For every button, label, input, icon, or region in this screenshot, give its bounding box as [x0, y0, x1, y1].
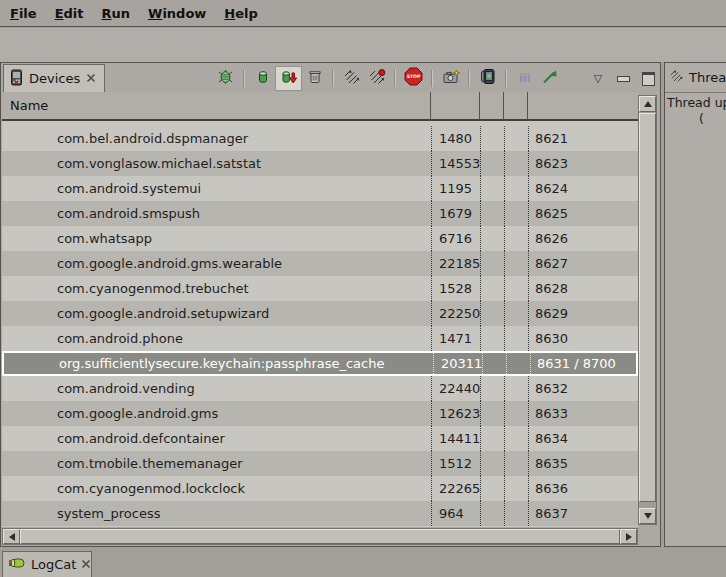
cell-pid: 1471: [431, 326, 480, 351]
vertical-scroll-thumb[interactable]: [639, 113, 656, 502]
table-row[interactable]: com.vonglasow.michael.satstat 14553 8623: [2, 151, 638, 176]
cell-pid: 6716: [431, 226, 480, 251]
vertical-scrollbar[interactable]: [638, 95, 657, 525]
cell-empty: [504, 376, 528, 401]
cell-port: 8623: [528, 151, 638, 176]
view-menu-icon: ▽: [594, 73, 602, 84]
cell-name: com.google.android.setupwizard: [2, 301, 431, 326]
cell-name: com.vonglasow.michael.satstat: [2, 151, 431, 176]
update-heap-button[interactable]: [250, 67, 275, 91]
tab-threads[interactable]: Threads: [665, 63, 726, 93]
table-row[interactable]: com.cyanogenmod.lockclock 22265 8636: [2, 476, 638, 501]
cell-pid: 20311: [433, 353, 482, 374]
menu-help[interactable]: Help: [215, 6, 266, 21]
cell-empty: [482, 353, 506, 374]
scroll-up-button[interactable]: [639, 96, 656, 112]
table-row[interactable]: com.google.android.setupwizard 22250 862…: [2, 301, 638, 326]
cause-gc-button[interactable]: [302, 67, 327, 91]
device-view-button[interactable]: [475, 67, 500, 91]
cell-empty: [504, 451, 528, 476]
table-row[interactable]: com.android.systemui 1195 8624: [2, 176, 638, 201]
table-row[interactable]: com.bel.android.dspmanager 1480 8621: [2, 126, 638, 151]
hierarchy-view-button[interactable]: [512, 67, 537, 91]
update-threads-icon: [343, 69, 361, 89]
cell-pid: 1679: [431, 201, 480, 226]
cell-empty: [480, 451, 504, 476]
minimize-button[interactable]: [614, 70, 632, 88]
stop-process-button[interactable]: STOP: [401, 67, 426, 91]
table-row[interactable]: system_process 964 8637: [2, 501, 638, 526]
hierarchy-bars-icon: [517, 69, 533, 89]
cell-port: 8634: [528, 426, 638, 451]
cell-empty: [480, 176, 504, 201]
chart-arrow-button[interactable]: [537, 67, 562, 91]
table-row[interactable]: org.sufficientlysecure.keychain:passphra…: [2, 351, 638, 376]
cell-empty: [480, 376, 504, 401]
cell-empty: [480, 201, 504, 226]
arrow-left-icon: [9, 533, 15, 541]
tab-devices[interactable]: Devices: [3, 64, 105, 92]
menu-file[interactable]: File: [1, 6, 46, 21]
cell-empty: [480, 501, 504, 526]
table-row[interactable]: com.cyanogenmod.trebuchet 1528 8628: [2, 276, 638, 301]
scroll-down-button[interactable]: [639, 508, 656, 524]
cell-pid: 22440: [431, 376, 480, 401]
cell-empty: [504, 476, 528, 501]
cell-port: 8630: [528, 326, 638, 351]
cell-empty: [504, 501, 528, 526]
method-profiling-button[interactable]: [364, 67, 389, 91]
debug-attach-button[interactable]: [213, 67, 238, 91]
update-threads-button[interactable]: [339, 67, 364, 91]
svg-text:STOP: STOP: [407, 74, 421, 79]
table-row[interactable]: com.android.defcontainer 14411 8634: [2, 426, 638, 451]
maximize-button[interactable]: [639, 70, 657, 88]
column-header-name[interactable]: Name: [2, 98, 48, 113]
table-row[interactable]: com.google.android.gms 12623 8633: [2, 401, 638, 426]
camera-icon: [442, 69, 460, 89]
scroll-right-button[interactable]: [620, 529, 637, 544]
cell-empty: [504, 301, 528, 326]
tab-logcat-label: LogCat: [31, 557, 76, 572]
menu-window[interactable]: Window: [139, 6, 215, 21]
table-row[interactable]: com.google.android.gms.wearable 22185 86…: [2, 251, 638, 276]
table-row[interactable]: com.android.vending 22440 8632: [2, 376, 638, 401]
scroll-left-button[interactable]: [3, 529, 20, 544]
table-row[interactable]: com.whatsapp 6716 8626: [2, 226, 638, 251]
cell-pid: 1512: [431, 451, 480, 476]
table-row[interactable]: com.tmobile.thememanager 1512 8635: [2, 451, 638, 476]
dump-hprof-button[interactable]: [275, 66, 302, 91]
cell-name: org.sufficientlysecure.keychain:passphra…: [4, 353, 433, 374]
view-menu-button[interactable]: ▽: [589, 70, 607, 88]
threads-message-line2: (: [667, 111, 726, 127]
menu-edit[interactable]: Edit: [46, 6, 93, 21]
arrow-down-icon: [644, 513, 652, 519]
horizontal-scrollbar[interactable]: [2, 528, 638, 545]
close-icon[interactable]: [81, 557, 91, 572]
cell-empty: [504, 151, 528, 176]
tab-logcat[interactable]: LogCat: [2, 551, 92, 577]
cell-name: com.google.android.gms: [2, 401, 431, 426]
threads-view-panel: Threads Thread up (: [664, 62, 726, 547]
cell-empty: [480, 401, 504, 426]
column-divider[interactable]: [503, 92, 504, 119]
cell-port: 8637: [528, 501, 638, 526]
cell-empty: [504, 426, 528, 451]
menu-run[interactable]: Run: [93, 6, 140, 21]
cell-empty: [506, 353, 530, 374]
cell-empty: [504, 126, 528, 151]
column-divider[interactable]: [479, 92, 480, 119]
cell-name: com.android.defcontainer: [2, 426, 431, 451]
close-icon[interactable]: [86, 71, 96, 86]
cell-empty: [504, 201, 528, 226]
maximize-icon: [642, 72, 655, 86]
column-divider[interactable]: [527, 92, 528, 119]
horizontal-scroll-thumb[interactable]: [20, 529, 620, 544]
table-row[interactable]: com.android.smspush 1679 8625: [2, 201, 638, 226]
cell-port: 8631 / 8700: [530, 353, 636, 374]
table-row[interactable]: com.android.phone 1471 8630: [2, 326, 638, 351]
screen-capture-button[interactable]: [438, 67, 463, 91]
ddms-window: File Edit Run Window Help Devices: [0, 0, 726, 577]
device-table-body: com.bel.android.dspmanager 1480 8621 com…: [2, 126, 638, 526]
column-divider[interactable]: [430, 92, 431, 119]
cell-name: com.cyanogenmod.lockclock: [2, 476, 431, 501]
